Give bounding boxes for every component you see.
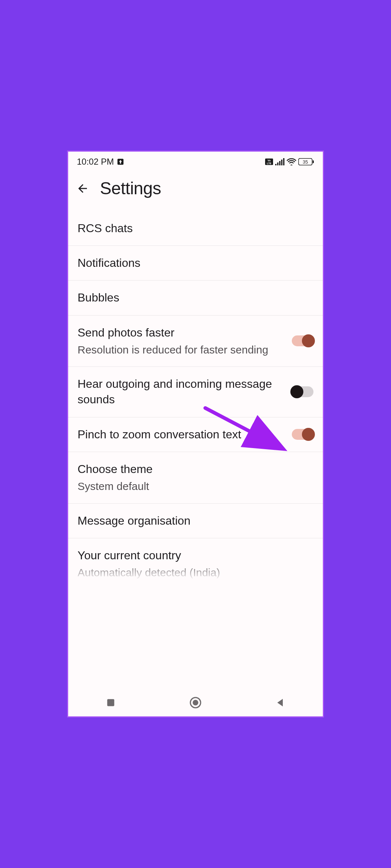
app-header: Settings [68,170,323,211]
page-title: Settings [100,178,161,198]
svg-text:35: 35 [303,159,308,165]
square-icon [106,698,115,707]
setting-title: Pinch to zoom conversation text [78,427,283,442]
settings-list: RCS chats Notifications Bubbles Send pho… [68,211,323,583]
setting-title: Notifications [78,255,313,271]
nav-recents-button[interactable] [102,694,119,711]
setting-bubbles[interactable]: Bubbles [68,281,323,315]
setting-message-sounds[interactable]: Hear outgoing and incoming message sound… [68,367,323,417]
status-time: 10:02 PM [77,157,114,167]
setting-rcs-chats[interactable]: RCS chats [68,211,323,246]
arrow-left-icon [76,182,89,195]
setting-message-organisation[interactable]: Message organisation [68,504,323,538]
wifi-icon [287,158,296,165]
svg-rect-8 [283,158,285,165]
setting-choose-theme[interactable]: Choose theme System default [68,452,323,504]
setting-title: Your current country [78,548,313,563]
svg-text:Vo: Vo [268,159,271,162]
setting-notifications[interactable]: Notifications [68,246,323,281]
svg-rect-14 [107,699,114,706]
setting-title: Choose theme [78,461,313,477]
setting-title: RCS chats [78,221,313,236]
svg-rect-7 [281,160,283,165]
volte-icon: VoLTE [265,159,273,165]
svg-text:LTE: LTE [267,162,272,165]
svg-rect-4 [275,164,277,165]
device-frame: 10:02 PM VoLTE 35 Settings [67,151,324,717]
navigation-bar [68,689,323,716]
nav-back-button[interactable] [272,694,289,711]
toggle-message-sounds[interactable] [292,386,313,397]
battery-icon: 35 [298,158,314,165]
setting-your-country[interactable]: Your current country Automatically detec… [68,538,323,584]
nav-home-button[interactable] [187,694,204,711]
svg-point-16 [193,700,198,706]
triangle-left-icon [275,698,285,708]
circle-icon [189,696,202,709]
cellular-signal-icon [275,158,285,165]
setting-title: Hear outgoing and incoming message sound… [78,376,283,407]
setting-title: Bubbles [78,290,313,305]
svg-rect-6 [279,161,281,165]
svg-rect-10 [313,160,314,163]
upload-icon [117,158,124,165]
toggle-send-photos-faster[interactable] [292,335,313,346]
svg-rect-5 [277,162,279,165]
setting-title: Send photos faster [78,325,283,340]
setting-subtitle: Resolution is reduced for faster sending [78,343,283,357]
setting-send-photos-faster[interactable]: Send photos faster Resolution is reduced… [68,316,323,367]
setting-pinch-zoom[interactable]: Pinch to zoom conversation text [68,417,323,452]
status-bar: 10:02 PM VoLTE 35 [68,152,323,170]
setting-subtitle: System default [78,479,313,494]
toggle-pinch-zoom[interactable] [292,429,313,440]
back-button[interactable] [75,181,90,196]
setting-title: Message organisation [78,513,313,529]
